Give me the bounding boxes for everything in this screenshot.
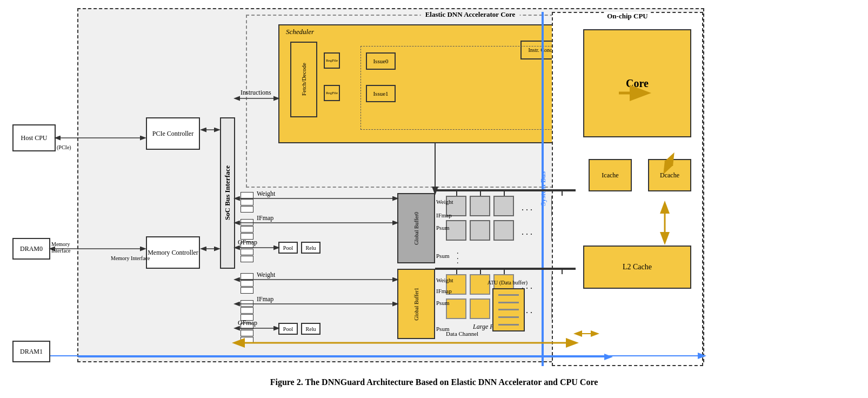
fifo-ofmap-lower — [241, 323, 253, 343]
pe-gray-2-1 — [446, 220, 466, 241]
issue0-label: Issue0 — [373, 58, 388, 64]
pool-lower-box: Pool — [278, 323, 298, 335]
issue0-box: Issue0 — [366, 52, 396, 70]
pe-dots-1: . . . — [522, 203, 532, 213]
atu-box — [492, 288, 525, 331]
diagram-container: Elastic DNN Accelerator Core Scheduler F… — [12, 5, 856, 373]
figure-caption: Figure 2. The DNNGuard Architecture Base… — [270, 377, 598, 387]
dram1-label: DRAM1 — [20, 348, 43, 356]
soc-bus-box: SoC Bus Interface — [220, 117, 235, 269]
main-chip-region: Elastic DNN Accelerator Core Scheduler F… — [77, 8, 704, 362]
pe-gray-1-3 — [493, 196, 514, 216]
elastic-core-title: Elastic DNN Accelerator Core — [421, 10, 520, 19]
svg-text:Interface: Interface — [51, 248, 71, 254]
pool-upper-label: Pool — [283, 245, 293, 251]
figure-caption-text: Figure 2. The DNNGuard Architecture Base… — [270, 377, 598, 387]
fifo-ifmap-upper — [241, 219, 253, 240]
svg-text:IFmap: IFmap — [257, 295, 273, 303]
global-buffer1-label: Global Buffer1 — [413, 288, 419, 321]
fifo-ofmap-upper — [241, 242, 253, 262]
host-cpu-label: Host CPU — [21, 134, 47, 142]
memory-controller-box: Memory Controller — [146, 236, 200, 269]
global-buffer1-box: Global Buffer1 — [397, 269, 435, 339]
memory-interface-label: Memory Interface — [111, 255, 150, 261]
l2cache-label: L2 Cache — [623, 263, 652, 271]
dram0-label: DRAM0 — [20, 245, 43, 253]
dram1-box: DRAM1 — [12, 341, 50, 362]
pe-gold-1-1 — [446, 274, 466, 295]
relu-lower-label: Relu — [306, 326, 316, 332]
regfile-bottom-label: RegFile — [326, 91, 338, 95]
global-buffer0-box: Global Buffer0 — [397, 193, 435, 263]
pe-gold-2-2 — [470, 298, 490, 319]
pcie-label: (PCIe) — [57, 144, 71, 150]
pool-lower-label: Pool — [283, 326, 293, 332]
fifo-ifmap-lower — [241, 300, 253, 321]
pe-dots-v3: . — [457, 257, 459, 266]
regfile-bottom-box: RegFile — [324, 85, 340, 101]
scheduler-label: Scheduler — [286, 28, 314, 36]
icache-label: Icache — [602, 171, 618, 180]
issue1-box: Issue1 — [366, 85, 396, 102]
svg-text:Weight: Weight — [257, 190, 276, 197]
dram0-box: DRAM0 — [12, 238, 50, 260]
pe-gold-2-1 — [446, 298, 466, 319]
svg-text:Weight: Weight — [257, 271, 276, 278]
pe-gray-1-1 — [446, 196, 466, 216]
regfile-top-label: RegFile — [326, 58, 338, 63]
soc-bus-label: SoC Bus Interface — [223, 165, 232, 220]
oncpu-section: On-chip CPU Core Icache Dcache L2 Cache — [552, 12, 703, 366]
issue1-label: Issue1 — [373, 90, 388, 97]
host-cpu-box: Host CPU — [12, 124, 56, 151]
pcie-controller-box: PCIe Controller — [146, 117, 200, 150]
system-bus-label: System Bus — [539, 171, 547, 206]
svg-text:Psum: Psum — [436, 253, 450, 259]
relu-upper-label: Relu — [306, 245, 316, 251]
global-buffer0-label: Global Buffer0 — [413, 212, 419, 245]
dcache-box: Dcache — [648, 159, 691, 191]
pe-dots-2: . . . — [522, 227, 532, 237]
fetch-decode-box: Fetch/Decode — [290, 42, 317, 117]
atu-label: ATU (Data buffer) — [488, 280, 528, 286]
oncpu-title: On-chip CPU — [604, 12, 651, 21]
memory-controller-label: Memory Controller — [148, 249, 198, 257]
pcie-controller-label: PCIe Controller — [152, 130, 193, 138]
fifo-weight-lower — [241, 273, 253, 294]
core-label: Core — [626, 77, 649, 90]
data-channel-label: Data Channel — [446, 330, 478, 337]
core-box: Core — [583, 29, 691, 137]
pe-gray-2-2 — [470, 220, 490, 241]
svg-text:IFmap: IFmap — [257, 214, 273, 222]
relu-lower-box: Relu — [301, 323, 321, 335]
pool-upper-box: Pool — [278, 242, 298, 254]
regfile-top-box: RegFile — [324, 52, 340, 69]
svg-text:Memory: Memory — [51, 241, 70, 247]
pe-gray-2-3 — [493, 220, 514, 241]
pe-gray-1-2 — [470, 196, 490, 216]
icache-box: Icache — [589, 159, 632, 191]
fetch-decode-label: Fetch/Decode — [301, 63, 307, 96]
dcache-label: Dcache — [660, 171, 679, 180]
fifo-weight-upper — [241, 192, 253, 213]
l2cache-box: L2 Cache — [583, 246, 691, 289]
relu-upper-box: Relu — [301, 242, 321, 254]
